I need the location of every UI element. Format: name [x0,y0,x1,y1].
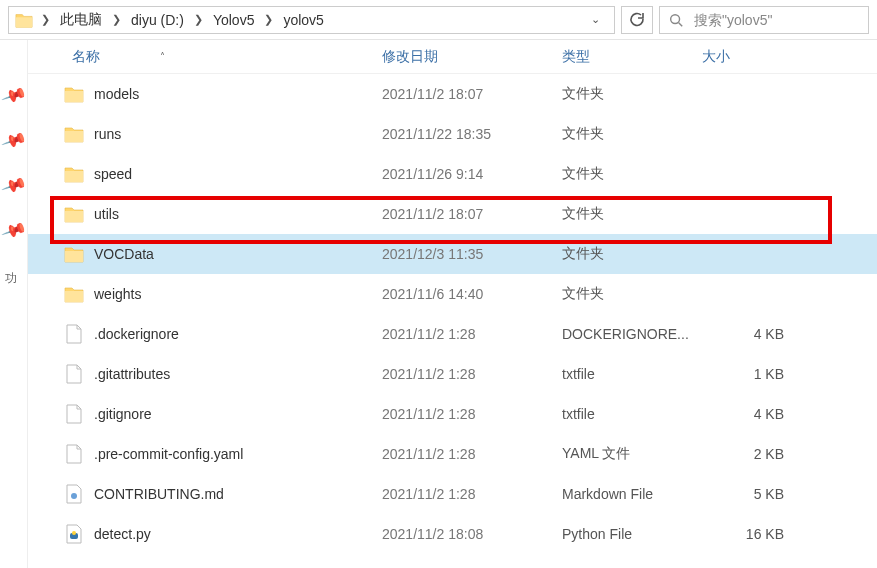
column-header-size[interactable]: 大小 [702,48,792,66]
file-date: 2021/11/2 1:28 [382,326,562,342]
chevron-right-icon[interactable]: ❯ [110,13,123,26]
pin-icon[interactable]: 📌 [0,217,27,245]
file-date: 2021/11/2 18:07 [382,86,562,102]
file-size: 4 KB [702,326,792,342]
search-icon [668,12,684,28]
file-size: 4 KB [702,406,792,422]
file-row[interactable]: .gitattributes2021/11/2 1:28txtfile1 KB [28,354,877,394]
file-list: 名称 ˄ 修改日期 类型 大小 models2021/11/2 18:07文件夹… [28,40,877,568]
chevron-right-icon[interactable]: ❯ [262,13,275,26]
file-type: DOCKERIGNORE... [562,326,702,342]
file-name: runs [94,126,121,142]
column-header-name[interactable]: 名称 ˄ [72,48,382,66]
folder-icon [64,84,84,104]
file-type: 文件夹 [562,245,702,263]
file-type: Markdown File [562,486,702,502]
file-date: 2021/11/22 18:35 [382,126,562,142]
file-type: Python File [562,526,702,542]
pin-icon[interactable]: 📌 [0,127,27,155]
breadcrumb-item[interactable]: yolov5 [281,10,325,30]
chevron-down-icon[interactable]: ⌄ [583,13,608,26]
file-name: detect.py [94,526,151,542]
file-name: utils [94,206,119,222]
file-icon [64,404,84,424]
file-date: 2021/11/2 1:28 [382,446,562,462]
file-row[interactable]: .gitignore2021/11/2 1:28txtfile4 KB [28,394,877,434]
file-size: 16 KB [702,526,792,542]
folder-icon [64,204,84,224]
file-name: VOCData [94,246,154,262]
chevron-right-icon[interactable]: ❯ [192,13,205,26]
file-type: 文件夹 [562,165,702,183]
file-date: 2021/11/2 18:07 [382,206,562,222]
file-row[interactable]: .dockerignore2021/11/2 1:28DOCKERIGNORE.… [28,314,877,354]
file-row[interactable]: weights2021/11/6 14:40文件夹 [28,274,877,314]
sidebar-tab-label[interactable]: 功 [0,260,21,264]
file-type: 文件夹 [562,85,702,103]
file-type: 文件夹 [562,205,702,223]
file-name: .pre-commit-config.yaml [94,446,243,462]
file-name: .gitattributes [94,366,170,382]
file-type: 文件夹 [562,285,702,303]
file-name: .dockerignore [94,326,179,342]
pin-icon[interactable]: 📌 [0,172,27,200]
file-icon [64,324,84,344]
file-name: CONTRIBUTING.md [94,486,224,502]
breadcrumb[interactable]: ❯ 此电脑 ❯ diyu (D:) ❯ Yolov5 ❯ yolov5 ⌄ [8,6,615,34]
file-date: 2021/11/2 18:08 [382,526,562,542]
refresh-button[interactable] [621,6,653,34]
breadcrumb-item[interactable]: diyu (D:) [129,10,186,30]
file-type: 文件夹 [562,125,702,143]
search-box[interactable] [659,6,869,34]
chevron-right-icon[interactable]: ❯ [39,13,52,26]
file-type: YAML 文件 [562,445,702,463]
folder-icon [64,284,84,304]
address-bar: ❯ 此电脑 ❯ diyu (D:) ❯ Yolov5 ❯ yolov5 ⌄ [0,0,877,40]
column-headers: 名称 ˄ 修改日期 类型 大小 [28,40,877,74]
file-row[interactable]: detect.py2021/11/2 18:08Python File16 KB [28,514,877,554]
folder-icon [64,124,84,144]
file-row[interactable]: VOCData2021/12/3 11:35文件夹 [28,234,877,274]
file-type: txtfile [562,366,702,382]
breadcrumb-item[interactable]: 此电脑 [58,9,104,31]
folder-icon [15,11,33,29]
file-date: 2021/11/6 14:40 [382,286,562,302]
pin-icon[interactable]: 📌 [0,82,27,110]
breadcrumb-item[interactable]: Yolov5 [211,10,257,30]
file-type: txtfile [562,406,702,422]
file-size: 1 KB [702,366,792,382]
file-row[interactable]: CONTRIBUTING.md2021/11/2 1:28Markdown Fi… [28,474,877,514]
file-date: 2021/11/2 1:28 [382,486,562,502]
file-row[interactable]: utils2021/11/2 18:07文件夹 [28,194,877,234]
file-size: 5 KB [702,486,792,502]
py-icon [64,524,84,544]
file-size: 2 KB [702,446,792,462]
file-date: 2021/11/2 1:28 [382,366,562,382]
search-input[interactable] [692,11,871,29]
file-name: weights [94,286,141,302]
sort-caret-icon: ˄ [160,51,165,62]
file-date: 2021/11/2 1:28 [382,406,562,422]
quick-access-rail: 📌 📌 📌 📌 [0,40,28,568]
md-icon [64,484,84,504]
file-date: 2021/11/26 9:14 [382,166,562,182]
file-row[interactable]: models2021/11/2 18:07文件夹 [28,74,877,114]
file-name: models [94,86,139,102]
folder-icon [64,164,84,184]
column-header-date[interactable]: 修改日期 [382,48,562,66]
file-row[interactable]: speed2021/11/26 9:14文件夹 [28,154,877,194]
file-name: .gitignore [94,406,152,422]
column-header-label: 名称 [72,48,100,66]
file-icon [64,364,84,384]
file-row[interactable]: runs2021/11/22 18:35文件夹 [28,114,877,154]
file-date: 2021/12/3 11:35 [382,246,562,262]
file-name: speed [94,166,132,182]
folder-icon [64,244,84,264]
file-icon [64,444,84,464]
column-header-type[interactable]: 类型 [562,48,702,66]
file-row[interactable]: .pre-commit-config.yaml2021/11/2 1:28YAM… [28,434,877,474]
